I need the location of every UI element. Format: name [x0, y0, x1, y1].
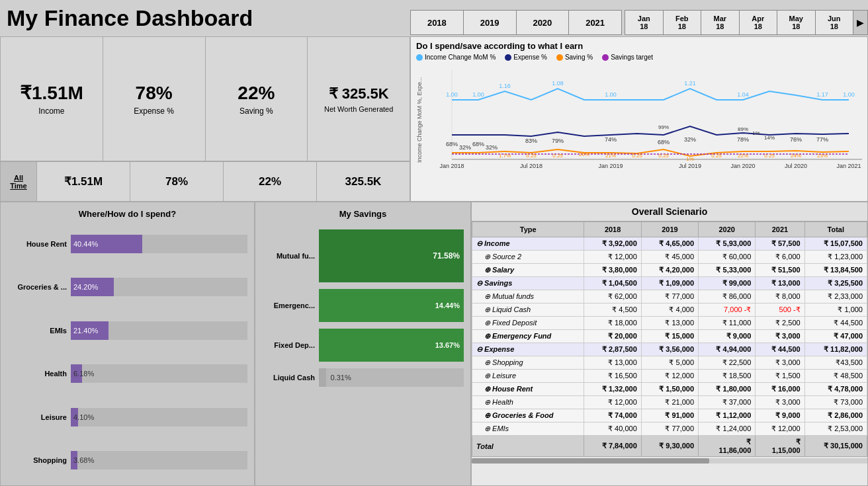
bar-house-rent: House Rent 40.44% [7, 235, 247, 253]
kpi-expense: 78% Expense % [103, 37, 206, 161]
svg-text:22%: 22% [738, 153, 748, 159]
year-tab-2020[interactable]: 2020 [517, 11, 570, 34]
svg-text:32%: 32% [684, 136, 696, 143]
line-chart-svg: 1.00 1.00 1.16 1.08 1.00 1.21 1.04 1.17 … [425, 63, 862, 176]
kpi-row: ₹1.51M Income 78% Expense % 22% Saving %… [1, 37, 410, 161]
svg-text:0.25: 0.25 [764, 153, 775, 159]
svg-text:79%: 79% [552, 138, 564, 144]
month-tab-jan[interactable]: Jan18 [625, 11, 664, 34]
overview-table: Type 2018 2019 2020 2021 Total ⊖ Income … [472, 222, 867, 457]
month-tab-apr[interactable]: Apr18 [740, 11, 778, 34]
svg-text:21%: 21% [605, 153, 616, 159]
month-tab-mar[interactable]: Mar18 [701, 11, 740, 34]
svg-text:68%: 68% [472, 141, 484, 147]
kpi-networth: ₹ 325.5K Net Worth Generated [308, 37, 410, 161]
col-2020: 2020 [699, 222, 756, 237]
bar-shopping: Shopping 3.68% [7, 451, 247, 469]
table-row-groceries: ⊕ Groceries & Food ₹ 74,000 ₹ 91,000 ₹ 1… [472, 409, 867, 423]
col-2021: 2021 [756, 222, 804, 237]
year-tabs: 2018 2019 2020 2021 [410, 10, 622, 35]
bar-emis: EMIs 21.40% [7, 321, 247, 340]
savings-bar-liquid: Liquid Cash 0.31% [262, 368, 464, 387]
all-time-filter[interactable]: AllTime [1, 162, 37, 201]
table-row-total: Total ₹ 7,84,000 ₹ 9,30,000 ₹11,86,000 ₹… [472, 436, 867, 457]
svg-text:68%: 68% [446, 141, 458, 147]
col-total: Total [804, 222, 867, 237]
svg-text:1.17: 1.17 [816, 91, 828, 98]
year-tab-2021[interactable]: 2021 [569, 11, 621, 34]
bar-leisure: Leisure 4.10% [7, 408, 247, 426]
svg-text:0.25: 0.25 [658, 153, 669, 159]
spend-panel-title: Where/How do I spend? [7, 209, 247, 219]
table-row: ⊕ Fixed Deposit ₹ 18,000 ₹ 13,000 ₹ 11,0… [472, 317, 867, 330]
savings-bar-fixed: Fixed Dep... 13.67% [262, 329, 464, 362]
svg-text:32%: 32% [486, 144, 498, 151]
svg-text:99%: 99% [658, 124, 669, 130]
year-tab-2019[interactable]: 2019 [464, 11, 517, 34]
svg-text:Jan 2021: Jan 2021 [836, 163, 861, 169]
table-row: ⊕ Emergency Fund ₹ 20,000 ₹ 15,000 ₹ 9,0… [472, 330, 867, 343]
svg-text:32%: 32% [459, 144, 471, 151]
col-2018: 2018 [584, 222, 641, 237]
svg-text:78%: 78% [737, 136, 749, 143]
svg-text:1.00: 1.00 [446, 91, 458, 98]
svg-text:24%: 24% [791, 153, 801, 159]
svg-text:83%: 83% [525, 138, 537, 144]
col-2019: 2019 [641, 222, 698, 237]
table-row: ⊕ Source 2 ₹ 12,000 ₹ 45,000 ₹ 60,000 ₹ … [472, 251, 867, 264]
svg-text:0.25: 0.25 [552, 153, 563, 159]
table-row: ⊕ Health ₹ 12,000 ₹ 21,000 ₹ 37,000 ₹ 3,… [472, 396, 867, 409]
table-row: ⊖ Income ₹ 3,92,000 ₹ 4,65,000 ₹ 5,93,00… [472, 237, 867, 251]
svg-text:1.00: 1.00 [843, 91, 855, 98]
filter-networth-value: 325.5K [317, 162, 410, 201]
svg-text:77%: 77% [816, 136, 828, 143]
bar-health: Health 6.18% [7, 364, 247, 383]
svg-text:1.16: 1.16 [499, 83, 511, 89]
line-chart-title: Do I spend/save according to what I earn [416, 41, 862, 51]
svg-text:Jan 2019: Jan 2019 [598, 163, 623, 169]
svg-text:1.7%: 1.7% [499, 153, 511, 159]
month-tab-may[interactable]: May18 [777, 11, 816, 34]
svg-text:14%: 14% [764, 135, 775, 141]
svg-text:Jul 2020: Jul 2020 [785, 163, 807, 169]
table-title: Overall Scienario [472, 202, 867, 222]
line-chart-legend: Income Change MoM % Expense % Saving % S… [416, 54, 862, 61]
svg-text:0.25: 0.25 [632, 153, 642, 159]
spend-panel: Where/How do I spend? House Rent 40.44% … [0, 202, 255, 486]
line-chart-panel: Do I spend/save according to what I earn… [410, 36, 868, 202]
table-row: ⊕ Leisure ₹ 16,500 ₹ 12,000 ₹ 18,500 ₹ 1… [472, 370, 867, 383]
month-tab-feb[interactable]: Feb18 [664, 11, 702, 34]
svg-text:Jan 2018: Jan 2018 [439, 163, 464, 169]
svg-text:76%: 76% [790, 136, 802, 143]
svg-text:1%: 1% [752, 130, 760, 136]
table-row: ⊖ Expense ₹ 2,87,500 ₹ 3,56,000 ₹ 4,94,0… [472, 343, 867, 356]
spend-bar-chart: House Rent 40.44% Groceries & ... 24.20% [7, 225, 247, 479]
dashboard-title: My Finance Dashboard [0, 0, 410, 36]
svg-text:1.08: 1.08 [552, 80, 564, 87]
kpi-income: ₹1.51M Income [1, 37, 103, 161]
svg-text:1.00: 1.00 [472, 91, 484, 98]
kpi-saving: 22% Saving % [206, 37, 308, 161]
table-row: ⊕ EMIs ₹ 40,000 ₹ 77,000 ₹ 1,24,000 ₹ 12… [472, 423, 867, 436]
month-nav-arrow[interactable]: ▶ [853, 11, 867, 34]
svg-text:1%: 1% [686, 156, 694, 162]
svg-text:74%: 74% [605, 136, 617, 143]
bar-groceries: Groceries & ... 24.20% [7, 278, 247, 296]
table-panel: Overall Scienario Type 2018 2019 2020 20… [471, 202, 868, 486]
table-row: ⊖ Savings ₹ 1,04,500 ₹ 1,09,000 ₹ 99,000… [472, 277, 867, 290]
month-tab-jun[interactable]: Jun18 [816, 11, 853, 34]
year-tab-2018[interactable]: 2018 [411, 11, 464, 34]
table-row: ⊕ Mutual funds ₹ 62,000 ₹ 77,000 ₹ 86,00… [472, 290, 867, 304]
svg-text:Jul 2018: Jul 2018 [520, 163, 542, 169]
col-type: Type [472, 222, 584, 237]
savings-panel-title: My Savings [262, 209, 464, 219]
filter-expense-value: 78% [130, 162, 224, 201]
svg-text:89%: 89% [738, 126, 748, 132]
svg-text:23%: 23% [817, 153, 828, 159]
table-row: ⊕ Liquid Cash ₹ 4,500 ₹ 4,000 7,000 -₹ 5… [472, 304, 867, 317]
month-tabs: Jan18 Feb18 Mar18 Apr18 May18 Jun18 ▶ [625, 10, 868, 35]
svg-text:0.25: 0.25 [711, 153, 722, 159]
svg-text:1.04: 1.04 [737, 91, 749, 98]
svg-text:Jan 2020: Jan 2020 [730, 163, 755, 169]
filter-row: AllTime ₹1.51M 78% 22% 325.5K [1, 161, 410, 201]
